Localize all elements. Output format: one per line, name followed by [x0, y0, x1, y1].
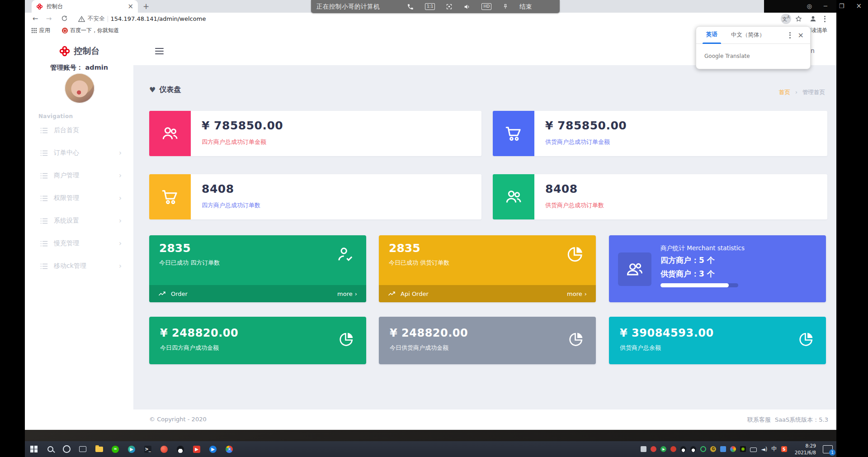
stat-value: ¥ 785850.00 [545, 119, 627, 132]
new-tab-button[interactable]: + [142, 2, 151, 11]
sidebar-item-settings[interactable]: 系统设置 › [25, 212, 133, 230]
sogou-tray-icon[interactable]: S [781, 446, 787, 452]
screen: 控制台 × + ← → 不安全 154.197.48.141/admin [0, 0, 868, 457]
chevron-right-icon: › [119, 217, 122, 225]
qq-tray-icon[interactable] [680, 446, 686, 452]
tab-chinese[interactable]: 中文（简体） [731, 31, 765, 39]
action-center-icon[interactable]: 1 [823, 445, 833, 453]
fullscreen-icon[interactable] [446, 3, 453, 10]
maximize-icon[interactable]: ❐ [839, 3, 844, 9]
apps-shortcut[interactable]: 应用 [31, 27, 50, 34]
gold-g-tray-icon[interactable]: G [710, 446, 716, 452]
minimize-icon[interactable]: ─ [824, 3, 827, 9]
qq-tray-icon-2[interactable] [690, 446, 696, 452]
translate-options-icon[interactable] [788, 32, 793, 38]
wechat-icon[interactable]: ✉ [107, 441, 123, 457]
blue-box-tray-icon[interactable] [720, 446, 726, 452]
cortana-icon[interactable] [58, 441, 75, 457]
hd-icon[interactable]: HD [481, 3, 491, 10]
sidebar-item-permissions[interactable]: 权限管理 › [25, 189, 133, 207]
sidebar-item-merchants[interactable]: 商户管理 › [25, 167, 133, 185]
record-icon[interactable]: ◎ [807, 3, 812, 9]
logo-text: 控制台 [74, 46, 100, 56]
profile-icon[interactable] [808, 14, 818, 24]
list-icon [40, 172, 48, 179]
security-chip[interactable]: 不安全 154.197.48.141/admin/welcome [78, 14, 206, 24]
nvidia-tray-icon[interactable] [740, 446, 746, 452]
media-play-icon[interactable]: ▶ [205, 441, 221, 457]
browser-tab[interactable]: 控制台 × [32, 0, 138, 13]
qq-icon[interactable] [172, 441, 189, 457]
red-app-tray-icon[interactable] [651, 446, 656, 452]
tab-close-icon[interactable]: × [127, 3, 133, 10]
chrome-icon[interactable] [221, 441, 237, 457]
avatar[interactable] [65, 73, 94, 103]
sidebar-item-label: 权限管理 [54, 194, 119, 202]
sidebar-item-label: 系统设置 [54, 217, 119, 225]
volume-tray-icon[interactable]: ◄) [761, 446, 767, 452]
menu-toggle-icon[interactable] [155, 48, 164, 54]
divider [108, 16, 108, 22]
color-wheel-tray-icon[interactable] [730, 446, 736, 452]
sidebar-item-label: 移动ck管理 [54, 262, 119, 270]
viewer-window-controls: ◎ ─ ❐ × [789, 0, 868, 12]
sidebar-item-slow-recharge[interactable]: 慢充管理 › [25, 234, 133, 252]
merchant-stats-line1: 四方商户：5 个 [660, 255, 715, 266]
translate-icon[interactable]: 文A [781, 14, 791, 24]
search-icon[interactable] [42, 441, 58, 457]
page-title: 仪表盘 [159, 85, 181, 95]
forward-icon[interactable]: → [44, 14, 54, 24]
bookmark-label: 百度一下，你就知道 [70, 27, 119, 34]
account-value: admin [85, 64, 108, 71]
sidebar-item-mobile-ck[interactable]: 移动ck管理 › [25, 257, 133, 275]
network-tray-icon[interactable] [750, 447, 757, 452]
task-view-icon[interactable] [75, 441, 91, 457]
reload-icon[interactable] [59, 14, 69, 24]
screenshot-tray-icon[interactable] [641, 446, 646, 452]
scale-1to1-icon[interactable]: 1:1 [425, 3, 435, 10]
sidebar-item-home[interactable]: 后台首页 [25, 121, 133, 139]
tab-english[interactable]: 英语 [706, 31, 717, 39]
back-icon[interactable]: ← [30, 14, 40, 24]
sidebar-item-label: 商户管理 [54, 171, 119, 180]
url-text[interactable]: 154.197.48.141/admin/welcome [111, 15, 206, 22]
address-bar: ← → 不安全 154.197.48.141/admin/welcome 文A [25, 13, 836, 25]
merchant-stats-card: 商户统计 Merchant statistics 四方商户：5 个 供货商户：3… [609, 235, 826, 302]
clock-time: 8:29 [795, 443, 816, 449]
bookmark-baidu[interactable]: 百度一下，你就知道 [62, 27, 119, 34]
media-player-icon[interactable]: ▶ [123, 441, 140, 457]
taskbar-clock[interactable]: 8:29 2021/6/8 [795, 443, 816, 455]
pin-icon[interactable] [502, 3, 509, 10]
speaker-icon[interactable] [463, 3, 471, 10]
breadcrumb-home[interactable]: 首页 [779, 89, 790, 95]
trend-up-icon [388, 290, 396, 297]
start-button-icon[interactable] [26, 441, 42, 457]
green-ring-tray-icon[interactable] [700, 446, 706, 452]
play-tray-icon[interactable]: ▶ [660, 446, 666, 452]
ime-indicator[interactable]: 中 [771, 445, 777, 453]
file-explorer-icon[interactable] [91, 441, 107, 457]
phone-icon[interactable] [407, 3, 414, 10]
red-dot-tray-icon[interactable] [670, 446, 676, 452]
bookmark-star-icon[interactable] [793, 14, 804, 24]
promo-footer-order[interactable]: Order more› [149, 285, 366, 302]
account-label: 管理账号： [50, 64, 83, 71]
close-icon[interactable]: × [856, 3, 862, 10]
merchant-stats-line2: 供货商户：3 个 [660, 269, 715, 279]
letterbox-right [836, 0, 868, 457]
browser-red-icon[interactable] [156, 441, 172, 457]
amount-value: ¥ 39084593.00 [620, 327, 714, 339]
more-link[interactable]: more› [567, 290, 587, 297]
promo-footer-api-order[interactable]: Api Order more› [379, 285, 596, 302]
stat-card-total-sifang-orders: 8408 四方商户总成功订单数 [149, 174, 481, 219]
video-app-icon[interactable]: ▶ [189, 441, 205, 457]
more-link[interactable]: more› [337, 290, 357, 297]
chrome-menu-icon[interactable] [820, 14, 830, 24]
users-icon [505, 188, 523, 206]
sidebar-item-orders[interactable]: 订单中心 › [25, 144, 133, 162]
contact-support-link[interactable]: 联系客服 [747, 416, 771, 424]
terminal-icon[interactable]: >_ [140, 441, 156, 457]
apps-grid-icon [31, 28, 37, 33]
end-control-button[interactable]: 结束 [519, 3, 532, 11]
translate-close-icon[interactable]: × [798, 31, 804, 39]
